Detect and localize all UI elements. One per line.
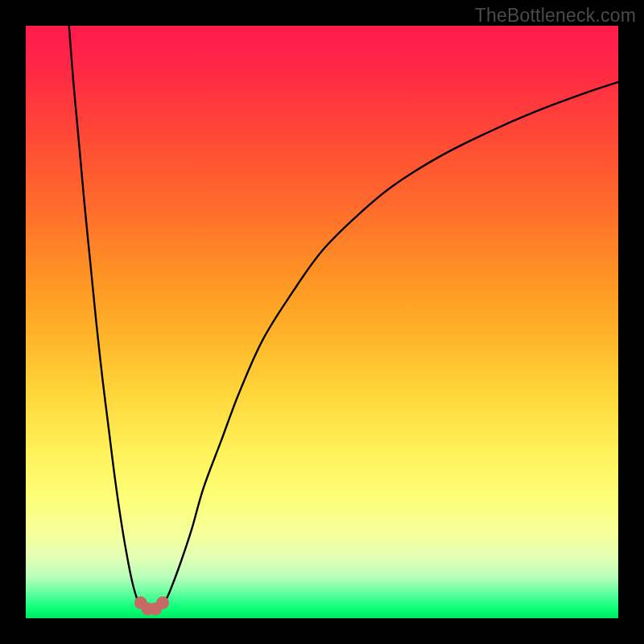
valley-dots [134,597,169,615]
curve-left-branch [69,26,142,606]
plot-area [26,26,618,618]
curve-right-branch [161,82,618,606]
curve-layer [26,26,618,618]
valley-dot [156,597,169,609]
chart-frame: TheBottleneck.com [0,0,644,644]
watermark-text: TheBottleneck.com [475,5,636,27]
